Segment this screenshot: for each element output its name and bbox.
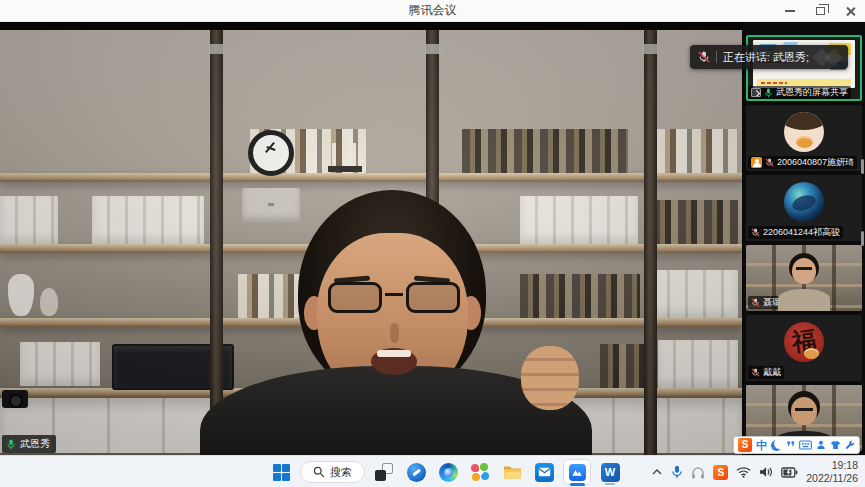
participant-name: 戴戴: [763, 367, 781, 378]
input-assistant-icon[interactable]: [816, 440, 826, 450]
soft-keyboard-icon[interactable]: [799, 440, 812, 450]
tencent-meeting-icon: [569, 464, 586, 481]
punctuation-icon[interactable]: [786, 440, 795, 450]
windows-taskbar: 搜索: [0, 455, 865, 487]
close-button[interactable]: [835, 0, 865, 22]
window-controls: [775, 0, 865, 22]
mail-icon: [535, 463, 554, 482]
task-view-button[interactable]: [371, 459, 397, 485]
folder-icon: [503, 464, 522, 480]
sidebar-scrollbar[interactable]: [861, 159, 864, 174]
start-button[interactable]: [268, 459, 294, 485]
skin-tshirt-icon[interactable]: [830, 440, 841, 450]
blue-circle-app-icon: [407, 463, 426, 482]
file-explorer-button[interactable]: [499, 459, 525, 485]
person-nose: [390, 323, 399, 343]
minimize-button[interactable]: [775, 0, 805, 22]
mic-muted-icon: [765, 158, 774, 167]
mic-muted-icon: [751, 228, 760, 237]
taskbar-center: 搜索: [268, 456, 623, 487]
edge-browser-button[interactable]: [435, 459, 461, 485]
mail-button[interactable]: [531, 459, 557, 485]
tray-clock[interactable]: 19:18 2022/11/26: [806, 459, 858, 485]
speaking-banner: 正在讲话: 武恩秀;: [690, 45, 848, 69]
person-glasses: [406, 282, 460, 313]
clock-date: 2022/11/26: [806, 472, 858, 485]
banner-divider: [716, 51, 717, 63]
edge-icon: [439, 463, 458, 482]
sogou-logo[interactable]: S: [738, 438, 752, 452]
participant-name: 2006040807施妍琦: [777, 157, 854, 168]
mic-muted-icon: [751, 298, 760, 307]
tile-label: 戴戴: [748, 366, 784, 379]
mic-muted-icon: [698, 51, 710, 63]
tencent-meeting-window: 腾讯会议: [0, 0, 865, 487]
word-button[interactable]: W: [597, 459, 623, 485]
fu-character: 福: [784, 322, 824, 361]
battery-icon[interactable]: [781, 467, 798, 478]
participants-sidebar: 武恩秀的屏幕共享 2006040807施妍琦 2206041244祁高骏: [743, 22, 865, 455]
host-badge-icon: [751, 157, 762, 168]
system-tray: S 19:18 2022/11/26: [651, 456, 858, 487]
tile-label: 2206041244祁高骏: [748, 226, 843, 239]
avatar: 福: [784, 322, 824, 362]
windows-logo-icon: [273, 464, 290, 481]
mic-muted-icon: [751, 368, 760, 377]
tile-participant[interactable]: 聂璐: [746, 245, 862, 311]
tray-microphone-icon[interactable]: [671, 465, 683, 479]
taskbar-search[interactable]: 搜索: [300, 461, 365, 483]
audio-on-icon: [764, 88, 773, 98]
pinwheel-app-icon: [471, 463, 489, 481]
speaking-banner-text: 正在讲话: 武恩秀;: [723, 50, 809, 65]
tile-participant[interactable]: 2206041244祁高骏: [746, 175, 862, 241]
wifi-icon[interactable]: [736, 466, 751, 478]
screen-share-icon: [751, 88, 761, 97]
mic-on-icon: [6, 439, 16, 450]
tray-sogou-icon[interactable]: S: [713, 465, 728, 480]
tile-participant[interactable]: 福 戴戴: [746, 315, 862, 381]
sidebar-scrollbar[interactable]: [861, 231, 864, 246]
tile-label: 2006040807施妍琦: [748, 156, 857, 169]
active-app-indicator: [570, 483, 585, 486]
avatar: [784, 182, 824, 222]
app-blue-circle-button[interactable]: [403, 459, 429, 485]
person-glasses-bridge: [385, 293, 403, 296]
app-pinwheel-button[interactable]: [467, 459, 493, 485]
watermark-diamond: [824, 48, 842, 66]
meeting-body: 武恩秀 正在讲话: 武恩秀; 武恩秀的屏幕共享: [0, 22, 865, 455]
search-label: 搜索: [330, 465, 352, 480]
window-title: 腾讯会议: [409, 2, 457, 19]
restore-button[interactable]: [805, 0, 835, 22]
tray-chevron-up-icon[interactable]: [651, 467, 663, 477]
toolbox-wrench-icon[interactable]: [845, 440, 855, 450]
person-mouth: [371, 348, 417, 375]
minimize-icon: [785, 10, 795, 12]
speaker-name-chip: 武恩秀: [2, 435, 56, 453]
tray-headset-icon[interactable]: [691, 466, 705, 479]
tile-label: 武恩秀的屏幕共享: [748, 86, 851, 99]
fullwidth-moon-icon[interactable]: [770, 438, 783, 451]
avatar: [784, 112, 824, 152]
participant-name: 武恩秀的屏幕共享: [776, 87, 848, 98]
word-icon: W: [601, 463, 620, 482]
tile-participant[interactable]: 2006040807施妍琦: [746, 105, 862, 171]
titlebar: 腾讯会议: [0, 0, 865, 22]
running-app-indicator: [605, 483, 615, 486]
ime-mode-chinese[interactable]: 中: [756, 438, 767, 452]
tencent-meeting-taskbar-button[interactable]: [563, 459, 591, 485]
clock-time: 19:18: [806, 459, 858, 472]
sogou-ime-bar[interactable]: S 中: [733, 436, 860, 454]
main-video[interactable]: 武恩秀: [0, 30, 742, 455]
restore-icon: [816, 7, 825, 15]
search-icon: [313, 466, 325, 478]
person-hand: [521, 346, 579, 410]
volume-icon[interactable]: [759, 466, 773, 478]
person-glasses: [328, 282, 382, 313]
participant-name: 2206041244祁高骏: [763, 227, 840, 238]
speaker-name-label: 武恩秀: [20, 437, 50, 451]
close-icon: [845, 6, 856, 17]
